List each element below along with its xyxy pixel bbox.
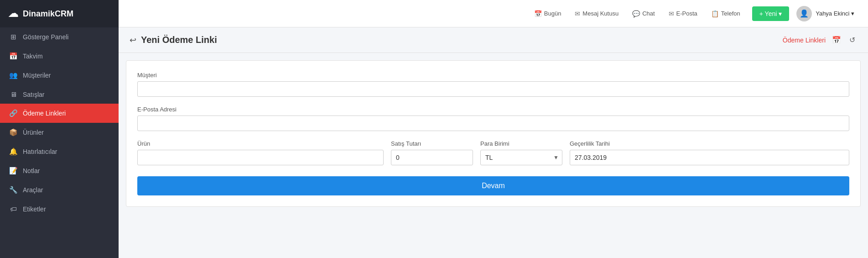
musteri-input[interactable] (137, 81, 849, 97)
topbar: 📅 Bugün ✉ Mesaj Kutusu 💬 Chat ✉ E-Posta … (119, 0, 868, 27)
para-birimi-col: Para Birimi TL USD EUR ▼ (480, 140, 562, 165)
back-arrow-icon[interactable]: ↩ (130, 35, 136, 45)
sidebar-item-label: Ödeme Linkleri (23, 110, 66, 117)
satis-tutari-input[interactable] (391, 150, 473, 165)
topbar-telefon[interactable]: 📋 Telefon (706, 7, 746, 20)
satis-tutari-label: Satış Tutarı (391, 140, 473, 147)
topbar-eposta[interactable]: ✉ E-Posta (663, 7, 703, 20)
musteri-group: Müşteri (137, 72, 849, 97)
avatar-icon: 👤 (800, 9, 809, 18)
dashboard-icon: ⊞ (9, 33, 17, 41)
satis-tutari-col: Satış Tutarı (391, 140, 473, 165)
sidebar-item-label: Ürünler (23, 129, 44, 136)
sidebar-item-musteriler[interactable]: 👥 Müşteriler (0, 66, 119, 85)
calendar-action-button[interactable]: 📅 (830, 34, 843, 46)
reset-button[interactable]: ↺ (847, 34, 857, 46)
page-title: Yeni Ödeme Linki (141, 35, 217, 45)
topbar-chat[interactable]: 💬 Chat (627, 7, 660, 20)
sidebar-nav: ⊞ Gösterge Paneli 📅 Takvim 👥 Müşteriler … (0, 27, 119, 258)
sidebar-item-notlar[interactable]: 📝 Notlar (0, 161, 119, 180)
main-content: 📅 Bugün ✉ Mesaj Kutusu 💬 Chat ✉ E-Posta … (119, 0, 868, 258)
reminders-icon: 🔔 (9, 147, 17, 156)
phone-icon: 📋 (711, 10, 719, 17)
sales-icon: 🖥 (9, 90, 17, 98)
sidebar-item-etiketler[interactable]: 🏷 Etiketler (0, 200, 119, 218)
eposta-input[interactable] (137, 116, 849, 131)
customers-icon: 👥 (9, 71, 17, 79)
sidebar-item-label: Takvim (23, 53, 43, 60)
payment-links-icon: 🔗 (9, 109, 17, 117)
sidebar-item-label: Notlar (23, 167, 40, 174)
gecerlilik-tarihi-label: Geçerlilik Tarihi (570, 140, 849, 147)
topbar-mesaj-kutusu-label: Mesaj Kutusu (582, 10, 619, 17)
para-birimi-select[interactable]: TL USD EUR (480, 150, 562, 165)
urun-col: Ürün (137, 140, 384, 165)
sidebar-item-araclar[interactable]: 🔧 Araçlar (0, 180, 119, 200)
topbar-bugun-label: Bugün (544, 10, 561, 17)
para-birimi-select-wrapper: TL USD EUR ▼ (480, 150, 562, 165)
sidebar-item-hatirlaticlar[interactable]: 🔔 Hatırlatıcılar (0, 142, 119, 161)
page-header-actions: Ödeme Linkleri 📅 ↺ (783, 34, 857, 46)
sidebar-item-satislar[interactable]: 🖥 Satışlar (0, 85, 119, 104)
sidebar-item-label: Müşteriler (23, 72, 51, 79)
tags-icon: 🏷 (9, 205, 17, 213)
urun-input[interactable] (137, 150, 384, 165)
sidebar-item-label: Hatırlatıcılar (23, 148, 57, 155)
devam-button[interactable]: Devam (137, 176, 849, 195)
user-menu[interactable]: 👤 Yahya Ekinci ▾ (792, 3, 859, 24)
tools-icon: 🔧 (9, 186, 17, 194)
mail-icon: ✉ (575, 10, 580, 17)
eposta-icon: ✉ (669, 10, 674, 17)
eposta-label: E-Posta Adresi (137, 106, 849, 113)
new-button[interactable]: + Yeni ▾ (752, 6, 789, 21)
sidebar-item-odeme-linkleri[interactable]: 🔗 Ödeme Linkleri (0, 104, 119, 123)
page-header: ↩ Yeni Ödeme Linki Ödeme Linkleri 📅 ↺ (119, 27, 868, 53)
product-row: Ürün Satış Tutarı Para Birimi TL USD EUR (137, 140, 849, 165)
sidebar: ☁ DinamikCRM ⊞ Gösterge Paneli 📅 Takvim … (0, 0, 119, 258)
para-birimi-label: Para Birimi (480, 140, 562, 147)
sidebar-item-label: Gösterge Paneli (23, 33, 68, 41)
sidebar-item-label: Etiketler (23, 205, 46, 213)
urun-label: Ürün (137, 140, 384, 147)
sidebar-item-urunler[interactable]: 📦 Ürünler (0, 123, 119, 142)
chat-icon: 💬 (632, 10, 640, 17)
sidebar-item-takvim[interactable]: 📅 Takvim (0, 47, 119, 66)
cloud-icon: ☁ (8, 8, 18, 20)
topbar-telefon-label: Telefon (721, 10, 740, 17)
topbar-eposta-label: E-Posta (676, 10, 697, 17)
musteri-label: Müşteri (137, 72, 849, 79)
notes-icon: 📝 (9, 167, 17, 175)
calendar-icon: 📅 (534, 10, 542, 17)
sidebar-item-label: Satışlar (23, 91, 44, 98)
page-title-row: ↩ Yeni Ödeme Linki (130, 35, 217, 45)
breadcrumb-link[interactable]: Ödeme Linkleri (783, 37, 826, 44)
topbar-chat-label: Chat (642, 10, 655, 17)
gecerlilik-tarihi-input[interactable] (570, 150, 849, 165)
page-area: ↩ Yeni Ödeme Linki Ödeme Linkleri 📅 ↺ Mü… (119, 27, 868, 258)
calendar-icon: 📅 (9, 52, 17, 60)
topbar-bugun[interactable]: 📅 Bugün (529, 7, 567, 20)
sidebar-logo[interactable]: ☁ DinamikCRM (0, 0, 119, 27)
avatar: 👤 (796, 6, 812, 21)
user-name: Yahya Ekinci ▾ (816, 10, 854, 17)
sidebar-item-gosterge-paneli[interactable]: ⊞ Gösterge Paneli (0, 27, 119, 47)
gecerlilik-tarihi-col: Geçerlilik Tarihi (570, 140, 849, 165)
topbar-mesaj-kutusu[interactable]: ✉ Mesaj Kutusu (569, 7, 624, 20)
sidebar-item-label: Araçlar (23, 186, 43, 194)
sidebar-logo-text: DinamikCRM (23, 9, 73, 19)
form-card: Müşteri E-Posta Adresi Ürün Satış Tutarı (126, 60, 861, 207)
eposta-group: E-Posta Adresi (137, 106, 849, 131)
products-icon: 📦 (9, 128, 17, 137)
